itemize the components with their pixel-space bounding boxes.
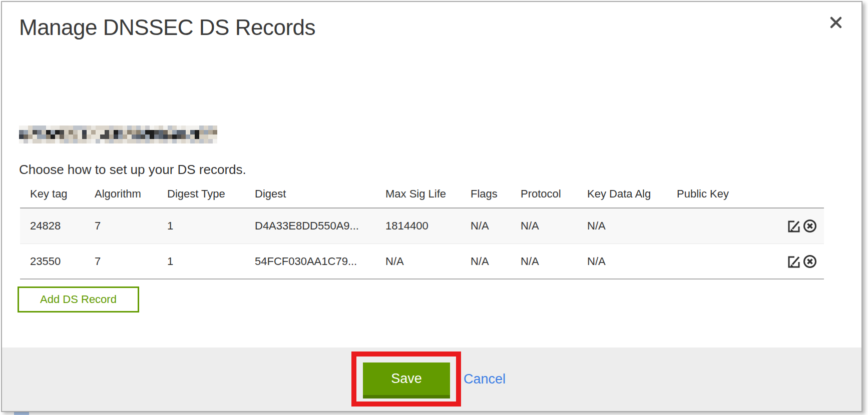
cell-key-tag: 23550	[30, 255, 95, 268]
table-header-row: Key tag Algorithm Digest Type Digest Max…	[20, 180, 824, 208]
delete-icon[interactable]	[802, 218, 817, 234]
column-header-key-tag: Key tag	[30, 188, 95, 200]
column-header-digest-type: Digest Type	[167, 188, 255, 200]
cell-key-tag: 24828	[30, 220, 95, 232]
cell-digest-type: 1	[167, 220, 255, 232]
column-header-key-data-alg: Key Data Alg	[587, 188, 677, 200]
redacted-domain-name	[19, 126, 217, 144]
dialog-footer: Save Cancel	[2, 348, 861, 411]
column-header-public-key: Public Key	[677, 188, 780, 200]
edit-icon[interactable]	[786, 218, 801, 234]
dnssec-dialog: Manage DNSSEC DS Records Choose how to s…	[1, 1, 862, 412]
column-header-protocol: Protocol	[521, 188, 587, 200]
table-row: 24828 7 1 D4A33E8DD550A9... 1814400 N/A …	[20, 208, 824, 244]
dialog-subtitle: Choose how to set up your DS records.	[19, 162, 246, 178]
ds-records-table: Key tag Algorithm Digest Type Digest Max…	[20, 180, 824, 280]
cell-algorithm: 7	[95, 255, 167, 268]
cell-max-sig-life: N/A	[385, 255, 471, 268]
cell-key-data-alg: N/A	[587, 220, 677, 232]
cell-actions	[780, 218, 824, 234]
cell-max-sig-life: 1814400	[385, 220, 471, 232]
cell-digest: D4A33E8DD550A9...	[255, 220, 385, 232]
add-ds-record-button[interactable]: Add DS Record	[18, 286, 139, 312]
cell-digest: 54FCF030AA1C79...	[255, 255, 385, 268]
cancel-link[interactable]: Cancel	[464, 372, 506, 387]
cell-flags: N/A	[471, 220, 521, 232]
column-header-digest: Digest	[255, 188, 385, 200]
save-button[interactable]: Save	[363, 362, 450, 398]
column-header-flags: Flags	[471, 188, 521, 200]
cell-protocol: N/A	[521, 220, 587, 232]
cell-algorithm: 7	[95, 220, 167, 232]
table-body: 24828 7 1 D4A33E8DD550A9... 1814400 N/A …	[20, 208, 824, 280]
cell-protocol: N/A	[521, 255, 587, 268]
close-icon[interactable]	[827, 14, 844, 31]
cell-actions	[780, 254, 824, 269]
cell-digest-type: 1	[167, 255, 255, 268]
table-row: 23550 7 1 54FCF030AA1C79... N/A N/A N/A …	[20, 244, 824, 278]
cell-flags: N/A	[471, 255, 521, 268]
cell-key-data-alg: N/A	[587, 255, 677, 268]
edit-icon[interactable]	[786, 254, 801, 269]
column-header-algorithm: Algorithm	[95, 188, 167, 200]
delete-icon[interactable]	[802, 254, 817, 269]
screen: Manage DNSSEC DS Records Choose how to s…	[0, 0, 868, 415]
dialog-title: Manage DNSSEC DS Records	[19, 15, 315, 40]
column-header-max-sig-life: Max Sig Life	[385, 188, 471, 200]
